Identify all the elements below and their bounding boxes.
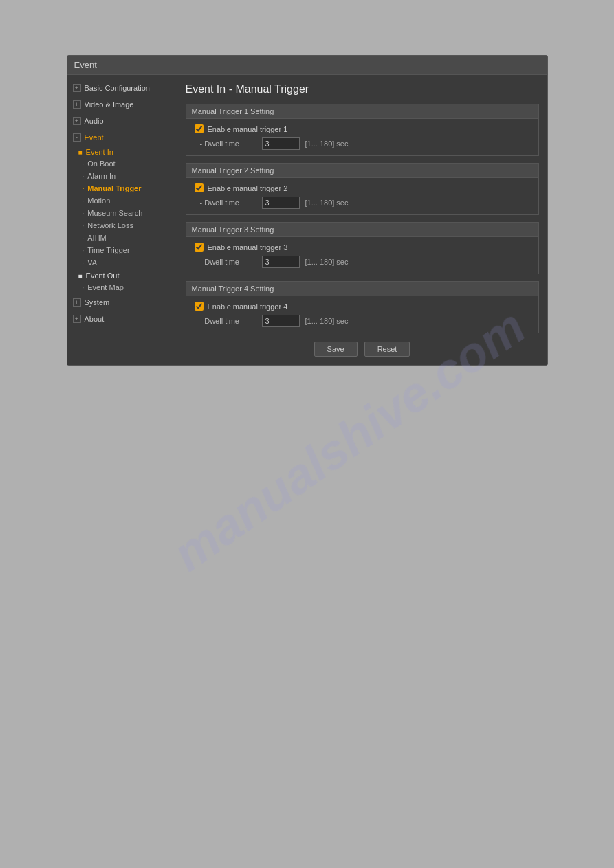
enable-label-2: Enable manual trigger 2: [208, 184, 288, 192]
enable-checkbox-1[interactable]: [195, 124, 204, 133]
title-text: Event: [74, 60, 97, 70]
reset-button[interactable]: Reset: [364, 342, 410, 357]
sidebar-section-basic: + Basic Configuration: [67, 80, 177, 96]
sidebar-item-network-loss[interactable]: · Network Loss: [67, 219, 177, 232]
sidebar-item-event[interactable]: - Event: [67, 130, 177, 145]
dwell-range-2: [1... 180] sec: [305, 199, 349, 207]
dwell-label-4: - Dwell time: [200, 317, 255, 325]
sidebar: + Basic Configuration + Video & Image + …: [67, 75, 177, 365]
dwell-label-1: - Dwell time: [200, 140, 255, 148]
alarm-in-label: Alarm In: [87, 172, 116, 180]
event-in-expand-icon: ■: [78, 148, 83, 156]
enable-checkbox-4[interactable]: [195, 302, 204, 311]
expand-icon-basic: +: [73, 84, 81, 92]
expand-icon-about: +: [73, 315, 81, 323]
dwell-row-4: - Dwell time [1... 180] sec: [195, 315, 530, 327]
trigger-section-4: Manual Trigger 4 Setting Enable manual t…: [186, 281, 539, 333]
va-label: VA: [87, 258, 97, 267]
page-title: Event In - Manual Trigger: [186, 83, 539, 96]
enable-checkbox-3[interactable]: [195, 243, 204, 252]
sidebar-section-about: + About: [67, 311, 177, 326]
trigger-section-3: Manual Trigger 3 Setting Enable manual t…: [186, 222, 539, 274]
sidebar-event-in-header[interactable]: ■ Event In: [67, 145, 177, 157]
dwell-row-1: - Dwell time [1... 180] sec: [195, 137, 530, 150]
expand-icon-video: +: [73, 100, 81, 109]
bullet-network-loss: ·: [83, 222, 85, 230]
expand-icon-system: +: [73, 298, 81, 307]
trigger-section-2: Manual Trigger 2 Setting Enable manual t…: [186, 163, 539, 215]
bullet-motion: ·: [83, 197, 85, 205]
event-in-label: Event In: [86, 148, 113, 156]
bullet-event-map: ·: [83, 284, 85, 291]
sidebar-section-event: - Event ■ Event In · On Boot ·: [67, 130, 177, 293]
dwell-input-1[interactable]: [262, 137, 300, 150]
dwell-input-3[interactable]: [262, 256, 300, 268]
sidebar-item-alarm-in[interactable]: · Alarm In: [67, 170, 177, 182]
bullet-alarm-in: ·: [83, 173, 85, 180]
dwell-range-3: [1... 180] sec: [305, 258, 349, 266]
museum-search-label: Museum Search: [87, 209, 142, 217]
sidebar-item-va[interactable]: · VA: [67, 256, 177, 269]
sidebar-item-museum-search[interactable]: · Museum Search: [67, 207, 177, 219]
dwell-row-2: - Dwell time [1... 180] sec: [195, 197, 530, 209]
enable-row-2: Enable manual trigger 2: [195, 183, 530, 192]
expand-icon-audio: +: [73, 117, 81, 125]
dwell-row-3: - Dwell time [1... 180] sec: [195, 256, 530, 268]
enable-label-3: Enable manual trigger 3: [208, 243, 288, 252]
sidebar-item-time-trigger[interactable]: · Time Trigger: [67, 244, 177, 256]
sidebar-label-event: Event: [85, 133, 104, 142]
expand-icon-event: -: [73, 133, 81, 142]
dwell-range-4: [1... 180] sec: [305, 317, 349, 325]
sidebar-item-on-boot[interactable]: · On Boot: [67, 157, 177, 170]
dwell-range-1: [1... 180] sec: [305, 140, 349, 148]
trigger-header-3: Manual Trigger 3 Setting: [186, 223, 538, 237]
sidebar-item-basic-configuration[interactable]: + Basic Configuration: [67, 80, 177, 96]
dwell-input-2[interactable]: [262, 197, 300, 209]
sidebar-item-event-map[interactable]: · Event Map: [67, 281, 177, 293]
sidebar-label-video: Video & Image: [85, 100, 134, 109]
sidebar-label-system: System: [85, 298, 110, 307]
sidebar-item-manual-trigger[interactable]: · Manual Trigger: [67, 182, 177, 194]
event-out-expand-icon: ■: [78, 272, 83, 280]
trigger-body-1: Enable manual trigger 1 - Dwell time [1.…: [186, 119, 538, 155]
main-content: Event In - Manual Trigger Manual Trigger…: [177, 75, 547, 365]
enable-label-4: Enable manual trigger 4: [208, 302, 288, 311]
network-loss-label: Network Loss: [87, 221, 133, 230]
enable-label-1: Enable manual trigger 1: [208, 125, 288, 133]
sidebar-item-audio[interactable]: + Audio: [67, 113, 177, 129]
motion-label: Motion: [87, 197, 110, 205]
trigger-body-3: Enable manual trigger 3 - Dwell time [1.…: [186, 237, 538, 274]
bullet-manual-trigger: ·: [83, 185, 85, 192]
dwell-input-4[interactable]: [262, 315, 300, 327]
sidebar-event-out-header[interactable]: ■ Event Out: [67, 269, 177, 281]
save-button[interactable]: Save: [314, 342, 358, 357]
sidebar-item-aihm[interactable]: · AIHM: [67, 232, 177, 244]
enable-checkbox-2[interactable]: [195, 183, 204, 192]
sidebar-label-basic: Basic Configuration: [85, 84, 150, 92]
sidebar-section-audio: + Audio: [67, 113, 177, 129]
sidebar-label-about: About: [85, 315, 105, 323]
buttons-row: Save Reset: [186, 342, 539, 357]
sidebar-section-video: + Video & Image: [67, 97, 177, 112]
bullet-on-boot: ·: [83, 160, 85, 168]
trigger-header-4: Manual Trigger 4 Setting: [186, 282, 538, 296]
trigger-body-2: Enable manual trigger 2 - Dwell time [1.…: [186, 178, 538, 214]
sidebar-label-audio: Audio: [85, 117, 104, 125]
bullet-aihm: ·: [83, 234, 85, 242]
sidebar-item-motion[interactable]: · Motion: [67, 194, 177, 207]
sidebar-item-video-image[interactable]: + Video & Image: [67, 97, 177, 112]
trigger-section-1: Manual Trigger 1 Setting Enable manual t…: [186, 104, 539, 156]
bullet-va: ·: [83, 259, 85, 267]
main-window: Event + Basic Configuration + Video & Im…: [67, 55, 548, 366]
trigger-body-4: Enable manual trigger 4 - Dwell time [1.…: [186, 296, 538, 333]
sidebar-item-system[interactable]: + System: [67, 295, 177, 310]
sidebar-item-about[interactable]: + About: [67, 311, 177, 326]
trigger-header-2: Manual Trigger 2 Setting: [186, 164, 538, 178]
sidebar-section-system: + System: [67, 295, 177, 310]
event-map-label: Event Map: [87, 283, 124, 291]
dwell-label-3: - Dwell time: [200, 258, 255, 266]
bullet-time-trigger: ·: [83, 247, 85, 254]
enable-row-4: Enable manual trigger 4: [195, 302, 530, 311]
enable-row-3: Enable manual trigger 3: [195, 243, 530, 252]
aihm-label: AIHM: [87, 234, 107, 242]
